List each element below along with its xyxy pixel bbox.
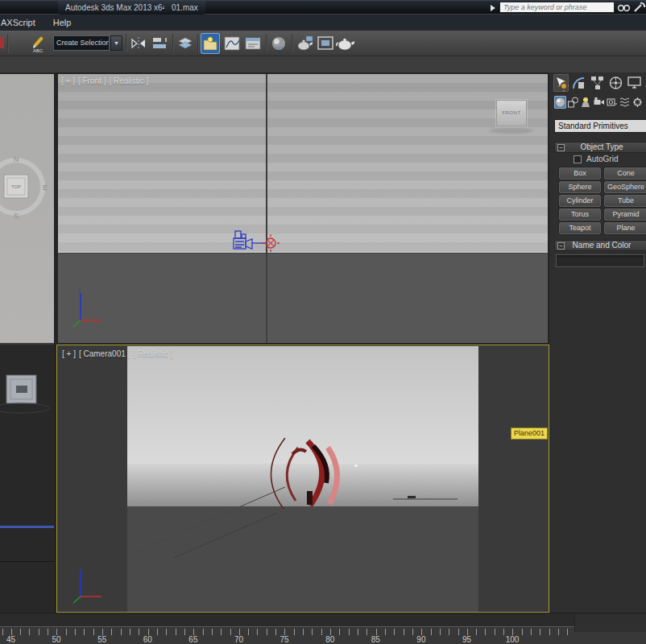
ruler-tick: [321, 629, 322, 635]
object-type-button-pyramid[interactable]: Pyramid: [604, 208, 646, 221]
3dsmax-window: { "title_bar": { "app_title": "Autodesk …: [0, 0, 646, 644]
selection-set-dropdown-arrow[interactable]: ▼: [110, 35, 122, 51]
viewport-label-segment[interactable]: [ Realistic ]: [109, 76, 148, 85]
space-warps-category-icon[interactable]: [619, 96, 631, 109]
ruler-tick: [394, 629, 395, 635]
camera-render-region[interactable]: [127, 346, 478, 612]
left-viewcube[interactable]: [0, 372, 54, 420]
timeline: 4550556065707580859095100: [0, 613, 646, 644]
world-axis-tripod: [69, 563, 105, 605]
shapes-category-icon[interactable]: [567, 96, 579, 109]
material-editor-icon[interactable]: [269, 33, 288, 54]
align-icon[interactable]: [150, 33, 169, 54]
hierarchy-tab-icon[interactable]: [590, 74, 605, 92]
name-color-rollout-header[interactable]: − Name and Color: [554, 240, 646, 251]
display-tab-icon[interactable]: [627, 74, 642, 92]
ruler-frame-label: 100: [506, 635, 520, 644]
object-type-rollout-header[interactable]: − Object Type: [554, 142, 646, 153]
ruler-tick: [531, 629, 532, 635]
viewport-label-segment[interactable]: [ Front ]: [78, 76, 106, 85]
object-type-button-box[interactable]: Box: [559, 167, 601, 180]
object-type-button-sphere[interactable]: Sphere: [559, 181, 601, 193]
object-name-field[interactable]: [556, 254, 644, 267]
object-type-button-torus[interactable]: Torus: [559, 208, 601, 221]
ruler-frame-label: 45: [6, 635, 15, 644]
camera001-viewport-active[interactable]: [ + ][ Camera001 ][ Realistic ] Plane001: [56, 345, 549, 613]
mirror-icon[interactable]: [129, 33, 148, 54]
object-type-button-plane[interactable]: Plane: [604, 222, 646, 234]
compass-east-label: E: [43, 184, 48, 192]
time-ruler[interactable]: 4550556065707580859095100: [0, 626, 646, 644]
object-type-button-cone[interactable]: Cone: [604, 167, 646, 180]
world-axis-tripod: z: [69, 287, 105, 328]
named-selection-set-field[interactable]: Create Selection Se: [53, 35, 110, 51]
ruler-tick: [48, 629, 48, 635]
category-dropdown[interactable]: Standard Primitives: [554, 119, 646, 133]
viewport-label-segment[interactable]: [ Realistic ]: [133, 349, 172, 358]
edit-named-selection-sets-icon[interactable]: ABC: [29, 33, 48, 54]
scene-geometry[interactable]: [127, 346, 478, 612]
menu-item-help[interactable]: Help: [44, 14, 81, 31]
object-type-button-teapot[interactable]: Teapot: [559, 222, 601, 234]
help-wrench-icon[interactable]: [632, 2, 646, 14]
ruler-tick: [248, 629, 249, 635]
search-binoculars-icon[interactable]: [617, 2, 631, 14]
menu-item-axscript[interactable]: AXScript: [0, 14, 44, 31]
systems-category-icon[interactable]: [632, 96, 644, 109]
toolbar-separator: [7, 34, 9, 53]
manage-layers-icon[interactable]: [176, 33, 195, 54]
camera001-object[interactable]: [228, 228, 286, 260]
scene-edge-line-dark: [0, 561, 54, 562]
autogrid-checkbox[interactable]: [574, 155, 582, 163]
viewcube-shadow: [490, 128, 533, 134]
front-viewport[interactable]: [ + ][ Front ][ Realistic ] FRONT z: [56, 72, 549, 345]
geometry-category-icon[interactable]: [554, 96, 566, 109]
ruler-tick: [339, 629, 340, 635]
lights-category-icon[interactable]: [580, 96, 592, 109]
ruler-tick: [139, 629, 139, 635]
ruler-tick: [467, 629, 468, 635]
search-input[interactable]: [499, 2, 615, 13]
left-viewport-sliver[interactable]: [0, 345, 54, 613]
modify-tab-icon[interactable]: [571, 74, 586, 92]
front-viewcube[interactable]: FRONT: [496, 100, 527, 126]
document-title-text: 01.max: [172, 3, 198, 12]
rollout-title: Object Type: [580, 142, 623, 151]
helpers-category-icon[interactable]: [606, 96, 618, 109]
front-viewport-ground[interactable]: [58, 253, 548, 343]
ruler-tick: [212, 629, 213, 635]
rendered-frame-window-icon[interactable]: [316, 33, 335, 54]
ruler-tick: [495, 629, 495, 635]
collapse-icon[interactable]: −: [557, 144, 565, 151]
create-tab-icon[interactable]: [553, 74, 569, 92]
viewport-label-segment[interactable]: [ + ]: [61, 76, 75, 85]
infocenter-arrow-icon[interactable]: [491, 5, 495, 11]
object-type-button-tube[interactable]: Tube: [604, 195, 646, 207]
viewport-label-segment[interactable]: [ + ]: [62, 349, 76, 358]
viewcube-compass[interactable]: N E S TOP: [0, 153, 54, 224]
motion-tab-icon[interactable]: [608, 74, 623, 92]
ruler-tick: [567, 629, 568, 635]
cameras-category-icon[interactable]: [593, 96, 605, 109]
ruler-tick: [421, 629, 422, 635]
top-viewport-sliver[interactable]: N E S TOP: [0, 72, 54, 343]
graphite-ribbon-toggle-icon[interactable]: [201, 33, 220, 54]
ruler-tick: [20, 629, 21, 635]
ruler-tick: [39, 629, 39, 635]
ruler-tick: [148, 629, 149, 635]
schematic-view-icon[interactable]: [243, 33, 263, 54]
ruler-tick: [75, 629, 76, 635]
ruler-frame-label: 55: [97, 635, 106, 644]
ruler-tick: [275, 629, 276, 635]
object-type-button-cylinder[interactable]: Cylinder: [559, 195, 601, 207]
clipped-toolbar-icon[interactable]: [0, 37, 4, 48]
object-type-button-geosphere[interactable]: GeoSphere: [604, 181, 646, 193]
curve-editor-icon[interactable]: [222, 33, 242, 54]
ruler-tick: [157, 629, 158, 635]
collapse-icon[interactable]: −: [557, 242, 565, 250]
viewport-label-segment[interactable]: [ Camera001 ]: [79, 349, 130, 358]
front-viewport-sky[interactable]: [58, 74, 548, 253]
render-setup-icon[interactable]: [295, 33, 314, 54]
render-production-teapot-icon[interactable]: [335, 33, 354, 54]
ruler-tick: [485, 629, 486, 635]
